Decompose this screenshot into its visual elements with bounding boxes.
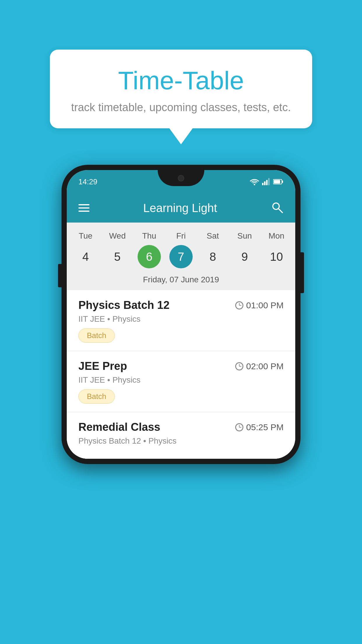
date-4[interactable]: 4 xyxy=(70,245,101,268)
day-sat: Sat xyxy=(197,231,229,241)
schedule-item-2-top: JEE Prep 02:00 PM xyxy=(78,360,284,372)
svg-point-8 xyxy=(273,203,279,209)
date-10[interactable]: 10 xyxy=(261,245,292,268)
schedule-item-2-title: JEE Prep xyxy=(78,360,127,372)
svg-rect-7 xyxy=(274,180,280,183)
schedule-item-3-sub: Physics Batch 12 • Physics xyxy=(78,436,284,446)
day-sun: Sun xyxy=(229,231,261,241)
schedule-item-1[interactable]: Physics Batch 12 01:00 PM IIT JEE • Phys… xyxy=(67,290,295,351)
svg-rect-6 xyxy=(282,181,283,183)
status-icons xyxy=(250,178,284,185)
selected-date-label: Friday, 07 June 2019 xyxy=(67,273,295,290)
day-wed: Wed xyxy=(101,231,133,241)
signal-icon xyxy=(262,178,270,185)
phone-container: 14:29 xyxy=(61,165,301,464)
status-bar: 14:29 xyxy=(67,170,295,193)
schedule-item-3-top: Remedial Class 05:25 PM xyxy=(78,421,284,433)
day-tue: Tue xyxy=(70,231,101,241)
schedule-item-2[interactable]: JEE Prep 02:00 PM IIT JEE • Physics Batc… xyxy=(67,351,295,412)
schedule-item-1-sub: IIT JEE • Physics xyxy=(78,314,284,324)
schedule-item-3-time: 05:25 PM xyxy=(235,422,284,432)
app-bar: Learning Light xyxy=(67,193,295,223)
svg-rect-1 xyxy=(262,183,263,185)
date-8[interactable]: 8 xyxy=(197,245,229,268)
batch-badge-2: Batch xyxy=(78,389,115,404)
day-mon: Mon xyxy=(261,231,292,241)
svg-line-9 xyxy=(279,209,282,213)
schedule-item-2-sub: IIT JEE • Physics xyxy=(78,375,284,385)
calendar-days-header: Tue Wed Thu Fri Sat Sun Mon xyxy=(67,228,295,242)
schedule-item-1-title: Physics Batch 12 xyxy=(78,299,170,312)
app-bar-title: Learning Light xyxy=(143,202,217,215)
schedule-item-1-top: Physics Batch 12 01:00 PM xyxy=(78,299,284,312)
clock-icon-2 xyxy=(235,362,243,370)
status-time: 14:29 xyxy=(78,177,97,186)
schedule-item-2-time: 02:00 PM xyxy=(235,361,284,371)
battery-icon xyxy=(273,179,284,185)
day-thu: Thu xyxy=(133,231,165,241)
schedule-item-1-time: 01:00 PM xyxy=(235,300,284,310)
speech-bubble-subtitle: track timetable, upcoming classes, tests… xyxy=(67,101,295,114)
day-fri: Fri xyxy=(165,231,197,241)
menu-icon[interactable] xyxy=(78,204,89,212)
clock-icon-3 xyxy=(235,423,243,431)
notch xyxy=(158,170,204,186)
date-6-today[interactable]: 6 xyxy=(138,245,161,268)
schedule-item-3[interactable]: Remedial Class 05:25 PM Physics Batch 12… xyxy=(67,412,295,459)
schedule-item-3-title: Remedial Class xyxy=(78,421,160,433)
svg-rect-3 xyxy=(266,180,268,185)
speech-bubble: Time-Table track timetable, upcoming cla… xyxy=(50,50,312,128)
date-7-selected[interactable]: 7 xyxy=(169,245,193,268)
clock-icon-1 xyxy=(235,301,243,309)
wifi-icon xyxy=(250,178,259,185)
camera-dot xyxy=(178,175,184,181)
date-5[interactable]: 5 xyxy=(101,245,133,268)
batch-badge-1: Batch xyxy=(78,328,115,343)
phone-outer: 14:29 xyxy=(61,165,301,464)
svg-rect-4 xyxy=(268,178,270,185)
speech-bubble-arrow xyxy=(169,128,193,144)
speech-bubble-title: Time-Table xyxy=(67,66,295,95)
phone-screen: 14:29 xyxy=(67,170,295,459)
calendar-section: Tue Wed Thu Fri Sat Sun Mon 4 5 6 7 8 9 … xyxy=(67,223,295,290)
svg-point-0 xyxy=(254,184,255,186)
svg-rect-2 xyxy=(264,181,266,185)
speech-bubble-container: Time-Table track timetable, upcoming cla… xyxy=(50,50,312,144)
search-icon[interactable] xyxy=(271,201,284,215)
calendar-dates: 4 5 6 7 8 9 10 xyxy=(67,242,295,273)
schedule-list: Physics Batch 12 01:00 PM IIT JEE • Phys… xyxy=(67,290,295,459)
date-9[interactable]: 9 xyxy=(229,245,261,268)
